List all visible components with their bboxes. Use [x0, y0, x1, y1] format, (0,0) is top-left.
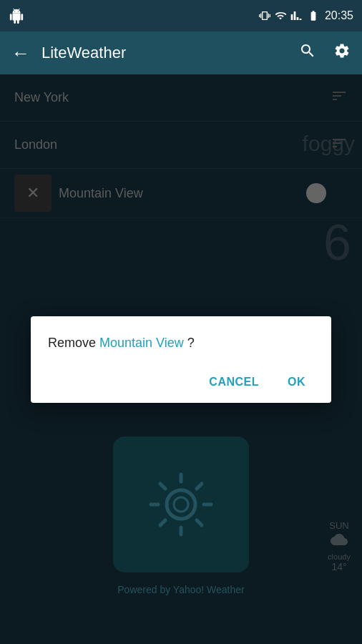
- status-bar-left: [9, 8, 24, 24]
- app-title: LiteWeather: [41, 44, 288, 62]
- dialog-overlay: Remove Mountain View ? CANCEL OK: [0, 74, 362, 644]
- status-bar: 20:35: [0, 0, 362, 31]
- status-bar-right: 20:35: [259, 9, 353, 22]
- remove-dialog: Remove Mountain View ? CANCEL OK: [31, 316, 331, 403]
- dialog-message-suffix: ?: [184, 336, 195, 350]
- dialog-city-name: Mountain View: [99, 336, 184, 350]
- cancel-button[interactable]: CANCEL: [200, 370, 268, 394]
- battery-icon: [306, 10, 321, 21]
- status-time: 20:35: [325, 9, 353, 22]
- ok-button[interactable]: OK: [279, 370, 314, 394]
- dialog-message-prefix: Remove: [48, 336, 99, 350]
- app-bar: ← LiteWeather: [0, 31, 362, 74]
- background-content: New York London ✕ Mountain View foggy 6 …: [0, 74, 362, 644]
- signal-icon: [290, 10, 302, 21]
- wifi-icon: [275, 10, 286, 21]
- back-button[interactable]: ←: [11, 42, 30, 64]
- settings-button[interactable]: [333, 42, 351, 64]
- search-button[interactable]: [299, 42, 316, 64]
- android-icon: [9, 8, 24, 24]
- dialog-actions: CANCEL OK: [48, 370, 314, 394]
- vibrate-icon: [259, 10, 270, 21]
- dialog-message: Remove Mountain View ?: [48, 333, 314, 353]
